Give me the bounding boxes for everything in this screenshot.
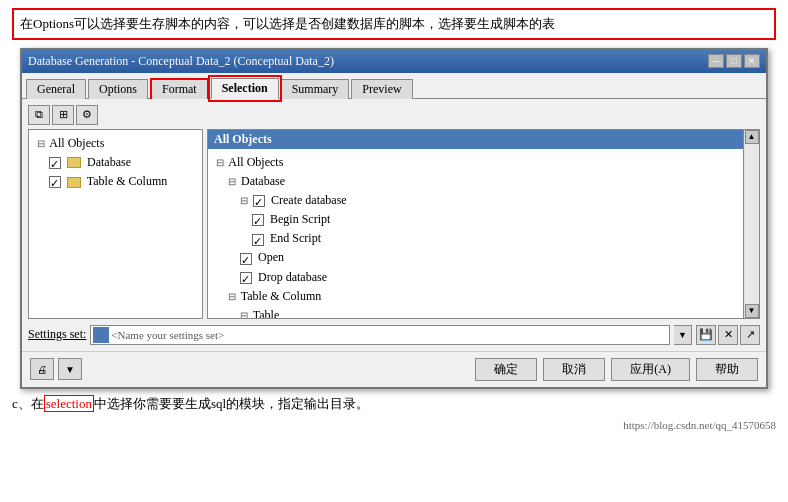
- tab-selection[interactable]: Selection: [211, 78, 279, 99]
- close-icon: ✕: [748, 56, 756, 66]
- export-icon: ↗: [746, 328, 755, 341]
- tool-icon: ⚙: [82, 108, 92, 121]
- scroll-up-button[interactable]: ▲: [745, 130, 759, 144]
- print-icon: 🖨: [37, 364, 47, 375]
- copy-icon-2: ⊞: [59, 108, 68, 121]
- right-tree-end-script: End Script: [212, 229, 739, 248]
- minimize-icon: ─: [713, 56, 719, 66]
- right-panel-scrollbar[interactable]: ▲ ▼: [743, 130, 759, 318]
- tab-options[interactable]: Options: [88, 79, 148, 99]
- bottom-note: c、在selection中选择你需要要生成sql的模块，指定输出目录。: [12, 395, 776, 413]
- toolbar-btn-3[interactable]: ⚙: [76, 105, 98, 125]
- folder-icon-table-column: [67, 177, 81, 188]
- cancel-button[interactable]: 取消: [543, 358, 605, 381]
- left-tree-item-table-column: Table & Column: [33, 172, 198, 191]
- right-tree-table: ⊟ Table: [212, 306, 739, 319]
- dialog-body: ⧉ ⊞ ⚙ ⊟ All Objects: [22, 99, 766, 351]
- panel-header: All Objects: [208, 130, 759, 149]
- right-tree-drop-database: Drop database: [212, 268, 739, 287]
- right-tree-open: Open: [212, 248, 739, 267]
- right-tree-create-database: ⊟ Create database: [212, 191, 739, 210]
- footer-left: 🖨 ▼: [30, 358, 469, 380]
- dialog: Database Generation - Conceptual Data_2 …: [20, 48, 768, 389]
- confirm-button[interactable]: 确定: [475, 358, 537, 381]
- settings-input-wrap: <Name your settings set>: [90, 325, 670, 345]
- folder-icon-database: [67, 157, 81, 168]
- checkbox-open[interactable]: [240, 253, 252, 265]
- expand-icon: ⊟: [37, 136, 47, 152]
- tab-summary[interactable]: Summary: [281, 79, 350, 99]
- settings-icons: 💾 ✕ ↗: [696, 325, 760, 345]
- footer-dropdown-icon: ▼: [65, 364, 75, 375]
- bottom-url: https://blog.csdn.net/qq_41570658: [0, 419, 776, 431]
- delete-icon: ✕: [724, 328, 733, 341]
- close-button[interactable]: ✕: [744, 54, 760, 68]
- dropdown-arrow-icon: ▼: [678, 330, 687, 340]
- minimize-button[interactable]: ─: [708, 54, 724, 68]
- checkbox-begin-script[interactable]: [252, 214, 264, 226]
- left-panel[interactable]: ⊟ All Objects Database Table & Column: [28, 129, 203, 319]
- right-tree-database: ⊟ Database: [212, 172, 739, 191]
- right-tree-begin-script: Begin Script: [212, 210, 739, 229]
- left-tree-item-database: Database: [33, 153, 198, 172]
- right-tree-table-column: ⊟ Table & Column: [212, 287, 739, 306]
- settings-icon-btn-3[interactable]: ↗: [740, 325, 760, 345]
- maximize-button[interactable]: □: [726, 54, 742, 68]
- tab-preview[interactable]: Preview: [351, 79, 412, 99]
- settings-dropdown[interactable]: ▼: [674, 325, 692, 345]
- scroll-track: [745, 144, 759, 304]
- dialog-footer: 🖨 ▼ 确定 取消 应用(A) 帮助: [22, 351, 766, 387]
- settings-label: Settings set:: [28, 327, 86, 342]
- settings-text: <Name your settings set>: [111, 329, 667, 341]
- checkbox-table-column[interactable]: [49, 176, 61, 188]
- dialog-title: Database Generation - Conceptual Data_2 …: [28, 54, 334, 69]
- settings-icon-btn-2[interactable]: ✕: [718, 325, 738, 345]
- checkbox-drop-db[interactable]: [240, 272, 252, 284]
- title-controls: ─ □ ✕: [708, 54, 760, 68]
- right-tree-all-objects: ⊟ All Objects: [212, 153, 739, 172]
- left-tree-item-all-objects: ⊟ All Objects: [33, 134, 198, 153]
- checkbox-database[interactable]: [49, 157, 61, 169]
- toolbar: ⧉ ⊞ ⚙: [28, 105, 760, 125]
- save-icon: 💾: [699, 328, 713, 341]
- checkbox-end-script[interactable]: [252, 234, 264, 246]
- toolbar-btn-2[interactable]: ⊞: [52, 105, 74, 125]
- maximize-icon: □: [731, 56, 736, 66]
- apply-button[interactable]: 应用(A): [611, 358, 690, 381]
- help-button[interactable]: 帮助: [696, 358, 758, 381]
- scroll-down-button[interactable]: ▼: [745, 304, 759, 318]
- top-note-container: 在Options可以选择要生存脚本的内容，可以选择是否创建数据库的脚本，选择要生…: [0, 8, 788, 40]
- dialog-wrapper: Database Generation - Conceptual Data_2 …: [0, 48, 788, 389]
- toolbar-btn-1[interactable]: ⧉: [28, 105, 50, 125]
- settings-row: Settings set: <Name your settings set> ▼…: [28, 325, 760, 345]
- footer-dropdown-btn[interactable]: ▼: [58, 358, 82, 380]
- settings-icon-btn-1[interactable]: 💾: [696, 325, 716, 345]
- footer-small-btn-1[interactable]: 🖨: [30, 358, 54, 380]
- tab-bar: General Options Format Selection Summary…: [22, 73, 766, 99]
- expand-all-icon: ⊟: [216, 155, 226, 171]
- selection-highlight: selection: [44, 395, 94, 412]
- copy-icon-1: ⧉: [35, 108, 43, 121]
- top-note: 在Options可以选择要生存脚本的内容，可以选择是否创建数据库的脚本，选择要生…: [12, 8, 776, 40]
- panels: ⊟ All Objects Database Table & Column: [28, 129, 760, 319]
- tab-general[interactable]: General: [26, 79, 86, 99]
- title-bar: Database Generation - Conceptual Data_2 …: [22, 50, 766, 73]
- tab-format[interactable]: Format: [150, 78, 209, 99]
- right-panel[interactable]: All Objects ⊟ All Objects ⊟ Database ⊟: [207, 129, 760, 319]
- settings-flag-icon: [93, 327, 109, 343]
- checkbox-create-db[interactable]: [253, 195, 265, 207]
